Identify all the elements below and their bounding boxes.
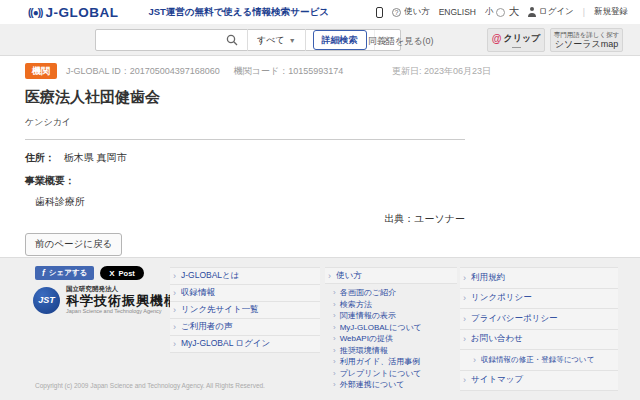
- smartphone-icon[interactable]: [376, 7, 383, 18]
- footer-link-screens[interactable]: ›各画面のご紹介: [333, 287, 457, 299]
- chevron-right-icon: ›: [173, 322, 176, 332]
- chevron-down-icon: ▼: [289, 37, 296, 44]
- synonym-link[interactable]: 同義語を見る(0): [368, 35, 433, 48]
- page-title: 医療法人社団健歯会: [25, 88, 465, 107]
- back-button[interactable]: 前のページに戻る: [25, 233, 122, 256]
- footer: f シェアする X Post JST 国立研究開発法人 科学技術振興機構 Jap…: [0, 257, 640, 400]
- footer-link-link-policy[interactable]: ›リンクポリシー: [460, 289, 618, 310]
- title-kana: ケンシカイ: [25, 116, 465, 129]
- footer-howto-sublist: ›各画面のご紹介 ›検索方法 ›関連情報の表示 ›MyJ-GLOBALについて …: [325, 284, 457, 391]
- j-global-id: J-GLOBAL ID：201705004397168060: [66, 65, 220, 78]
- footer-link-search-method[interactable]: ›検索方法: [333, 299, 457, 311]
- thesaurus-caption: 専門用語を詳しく探す: [551, 31, 622, 39]
- help-link[interactable]: ? 使い方: [392, 6, 430, 18]
- footer-link-label: WebAPIの提供: [340, 333, 393, 344]
- scope-label: すべて: [257, 34, 285, 47]
- jst-logo-icon: JST: [33, 287, 60, 314]
- footer-link-environment[interactable]: ›推奨環境情報: [333, 345, 457, 357]
- footer-link-label: 外部連携について: [340, 379, 405, 390]
- x-logo-icon: X: [109, 269, 114, 278]
- footer-link-label: リンク先サイト一覧: [181, 304, 259, 316]
- chevron-right-icon: ›: [333, 300, 336, 309]
- nav-divider: |: [583, 7, 585, 17]
- record-meta-row: 機関 J-GLOBAL ID：201705004397168060 機関コード：…: [25, 63, 491, 79]
- source-note: 出典：ユーソナー: [25, 212, 465, 226]
- share-label: シェアする: [49, 268, 87, 278]
- search-input[interactable]: [96, 31, 224, 49]
- footer-link-contact[interactable]: ›お問い合わせ: [460, 330, 618, 351]
- chevron-right-icon: ›: [473, 355, 476, 365]
- business-value: 歯科診療所: [35, 195, 465, 209]
- footer-link-label: プライバシーポリシー: [471, 313, 558, 325]
- header-tagline: JST運営の無料で使える情報検索サービス: [148, 6, 328, 19]
- footer-link-label: 関連情報の表示: [340, 310, 396, 321]
- jst-logo[interactable]: JST 国立研究開発法人 科学技術振興機構 Japan Science and …: [33, 285, 178, 315]
- x-post-button[interactable]: X Post: [100, 266, 144, 280]
- footer-link-preprint[interactable]: ›プレプリントについて: [333, 368, 457, 380]
- chevron-right-icon: ›: [333, 369, 336, 378]
- font-size-control: 小 大: [485, 5, 519, 19]
- organization-code: 機関コード：10155993174: [234, 65, 343, 78]
- clip-label: クリップ: [503, 32, 540, 45]
- footer-link-record-correction[interactable]: ›収録情報の修正・登録等について: [460, 350, 618, 371]
- footer-link-myjglobal[interactable]: ›MyJ-GLOBALについて: [333, 322, 457, 334]
- footer-link-related-info[interactable]: ›関連情報の表示: [333, 310, 457, 322]
- footer-link-user-voice[interactable]: ›ご利用者の声: [170, 319, 320, 336]
- footer-link-label: ご利用者の声: [181, 321, 232, 333]
- footer-link-label: J-GLOBALとは: [181, 270, 240, 282]
- chevron-right-icon: ›: [328, 271, 331, 281]
- thesaurus-map-button[interactable]: 専門用語を詳しく探す シソーラスmap: [550, 28, 623, 52]
- login-label: ログイン: [539, 6, 574, 18]
- chevron-right-icon: ›: [173, 305, 176, 315]
- footer-link-label: 利用ガイド、活用事例: [340, 356, 421, 367]
- footer-links-howto: ›使い方 ›各画面のご紹介 ›検索方法 ›関連情報の表示 ›MyJ-GLOBAL…: [325, 267, 457, 391]
- header-nav: ? 使い方 ENGLISH 小 大 ログイン | 新規登録: [376, 5, 628, 19]
- font-large-button[interactable]: 大: [508, 5, 519, 19]
- footer-links-about: ›J-GLOBALとは ›収録情報 ›リンク先サイト一覧 ›ご利用者の声 ›My…: [170, 267, 320, 353]
- font-toggle-icon[interactable]: [496, 8, 505, 17]
- footer-link-label: サイトマップ: [471, 374, 523, 386]
- chevron-right-icon: ›: [333, 380, 336, 389]
- english-link[interactable]: ENGLISH: [439, 7, 476, 17]
- j-global-logo-icon: ((●)): [28, 7, 42, 18]
- updated-date: 更新日: 2023年06月23日: [392, 65, 491, 78]
- chevron-right-icon: ›: [463, 273, 466, 283]
- english-label: ENGLISH: [439, 7, 476, 17]
- register-link[interactable]: 新規登録: [594, 6, 628, 18]
- org-name-large: 科学技術振興機構: [66, 293, 178, 308]
- footer-link-myjglobal-login[interactable]: ›MyJ-GLOBAL ログイン: [170, 336, 320, 353]
- question-icon: ?: [392, 8, 401, 17]
- footer-link-webapi[interactable]: ›WebAPIの提供: [333, 333, 457, 345]
- search-icon[interactable]: [226, 34, 238, 46]
- business-label: 事業概要：: [25, 174, 465, 188]
- help-label: 使い方: [404, 6, 430, 18]
- chevron-right-icon: ›: [463, 375, 466, 385]
- footer-link-label: 収録情報の修正・登録等について: [481, 355, 594, 365]
- footer-link-linked-sites[interactable]: ›リンク先サイト一覧: [170, 302, 320, 319]
- person-icon: [528, 7, 536, 17]
- record-detail: 機関 J-GLOBAL ID：201705004397168060 機関コード：…: [25, 56, 465, 256]
- thesaurus-label: シソーラスmap: [551, 39, 622, 50]
- j-global-logo[interactable]: ((●)) J-GLOBAL: [28, 5, 118, 20]
- footer-link-terms[interactable]: ›利用規約: [460, 268, 618, 289]
- footer-link-sitemap[interactable]: ›サイトマップ: [460, 371, 618, 392]
- logo-text: J-GLOBAL: [45, 5, 118, 20]
- footer-link-external[interactable]: ›外部連携について: [333, 379, 457, 391]
- chevron-right-icon: ›: [173, 271, 176, 281]
- footer-link-contents[interactable]: ›収録情報: [170, 285, 320, 302]
- font-small-button[interactable]: 小: [485, 6, 494, 18]
- search-scope-dropdown[interactable]: すべて ▼: [248, 34, 305, 47]
- login-link[interactable]: ログイン: [528, 6, 574, 18]
- footer-link-privacy[interactable]: ›プライバシーポリシー: [460, 309, 618, 330]
- chevron-right-icon: ›: [463, 293, 466, 303]
- facebook-share-button[interactable]: f シェアする: [35, 266, 94, 280]
- footer-link-guide[interactable]: ›利用ガイド、活用事例: [333, 356, 457, 368]
- record-type-badge: 機関: [25, 63, 57, 79]
- footer-link-howto[interactable]: ›使い方: [325, 267, 457, 284]
- post-label: Post: [119, 269, 135, 278]
- advanced-search-button[interactable]: 詳細検索: [313, 30, 367, 50]
- clip-button[interactable]: @ クリップ: [487, 28, 545, 52]
- chevron-right-icon: ›: [173, 339, 176, 349]
- footer-link-about[interactable]: ›J-GLOBALとは: [170, 268, 320, 285]
- header: ((●)) J-GLOBAL JST運営の無料で使える情報検索サービス ? 使い…: [0, 0, 640, 24]
